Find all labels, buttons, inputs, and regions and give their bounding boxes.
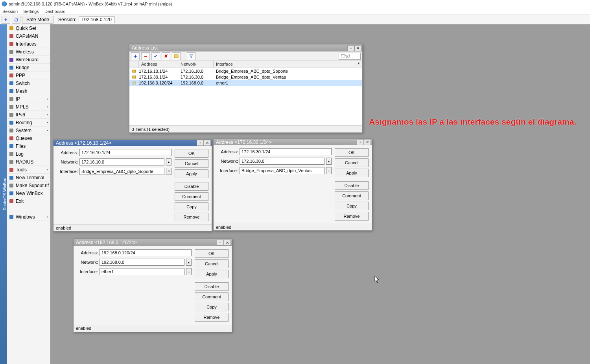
copy-button[interactable]: Copy xyxy=(335,202,369,210)
wand-icon xyxy=(9,26,14,31)
network-input[interactable]: 172.16.30.0 xyxy=(240,158,324,165)
window-title[interactable]: Address <192.168.0.120/24> ▫ ✕ xyxy=(74,239,232,246)
svg-rect-5 xyxy=(9,58,13,62)
table-row[interactable]: 172.16.30.1/24172.16.30.0Bridge_Empresa_… xyxy=(129,74,362,80)
ok-button[interactable]: OK xyxy=(195,249,229,258)
comment-button[interactable]: Comment xyxy=(175,192,208,201)
remove-button[interactable]: Remove xyxy=(195,313,229,322)
close-icon[interactable]: ✕ xyxy=(224,240,231,246)
ok-button[interactable]: OK xyxy=(175,149,208,158)
safe-mode-button[interactable]: Safe Mode xyxy=(22,16,53,24)
sidebar-item-make-supout-rif[interactable]: Make Supout.rif xyxy=(7,182,50,189)
network-input[interactable]: 172.16.10.0 xyxy=(79,158,164,165)
minimize-icon[interactable]: ▫ xyxy=(347,45,354,51)
svg-rect-15 xyxy=(9,136,13,140)
address-input[interactable]: 172.16.30.1/24 xyxy=(240,148,332,155)
sidebar-item-radius[interactable]: RADIUS xyxy=(7,158,50,166)
sidebar-item-windows[interactable]: Windows▸ xyxy=(7,213,50,221)
undo-button[interactable] xyxy=(2,16,10,24)
disable-button[interactable]: Disable xyxy=(335,181,369,190)
sidebar-item-ipv6[interactable]: IPv6▸ xyxy=(7,111,50,119)
status-bar: enabled xyxy=(214,224,372,230)
sidebar-item-exit[interactable]: Exit xyxy=(7,197,50,205)
sidebar-item-system[interactable]: System▸ xyxy=(7,127,50,134)
window-address-list: Address List ▫ ✕ + − ✔ ✘ Find Address xyxy=(129,44,363,133)
svg-rect-18 xyxy=(9,160,13,164)
sidebar-item-ppp[interactable]: PPP xyxy=(7,72,50,79)
chevron-up-icon[interactable]: ▲ xyxy=(186,259,192,266)
sidebar-item-files[interactable]: Files xyxy=(7,142,50,150)
window-title[interactable]: Address <172.16.30.1/24> ▫ ✕ xyxy=(214,139,372,145)
disable-button[interactable]: Disable xyxy=(195,282,229,291)
sidebar-item-mesh[interactable]: Mesh xyxy=(7,87,50,95)
ip-icon xyxy=(9,96,14,102)
filter-button[interactable] xyxy=(187,52,195,60)
chevron-up-icon[interactable]: ▲ xyxy=(326,158,332,165)
minimize-icon[interactable]: ▫ xyxy=(217,240,224,246)
table-row[interactable]: 192.168.0.120/24192.168.0.0ether1 xyxy=(129,80,362,86)
sidebar-item-new-terminal[interactable]: New Terminal xyxy=(7,174,50,182)
sidebar-item-routing[interactable]: Routing▸ xyxy=(7,119,50,127)
copy-button[interactable]: Copy xyxy=(175,202,208,211)
chevron-down-icon[interactable]: ∓ xyxy=(326,167,332,174)
chevron-up-icon[interactable]: ▲ xyxy=(166,158,171,165)
remove-button[interactable]: Remove xyxy=(335,212,369,221)
window-title[interactable]: Address <172.16.10.1/24> ▫ ✕ xyxy=(53,140,212,146)
network-input[interactable]: 192.168.0.0 xyxy=(100,259,184,266)
vertical-bar: RouterOS WinBox xyxy=(0,24,7,364)
interface-select[interactable]: ether1 xyxy=(100,268,184,275)
chevron-right-icon: ▸ xyxy=(47,105,48,108)
comment-button[interactable] xyxy=(172,52,181,60)
menu-session[interactable]: Session xyxy=(2,9,18,14)
cancel-button[interactable]: Cancel xyxy=(175,159,208,168)
add-button[interactable]: + xyxy=(131,52,140,60)
redo-button[interactable] xyxy=(12,16,20,24)
sidebar-item-ip[interactable]: IP▸ xyxy=(7,95,50,103)
remove-button[interactable]: Remove xyxy=(175,213,208,221)
sidebar-item-mpls[interactable]: MPLS▸ xyxy=(7,103,50,111)
close-icon[interactable]: ✕ xyxy=(364,139,371,145)
address-input[interactable]: 192.168.0.120/24 xyxy=(100,249,192,256)
sidebar-item-queues[interactable]: Queues xyxy=(7,134,50,142)
close-icon[interactable]: ✕ xyxy=(204,140,211,146)
sidebar-item-capsman[interactable]: CAPsMAN xyxy=(7,32,50,40)
table-row[interactable]: 172.16.10.1/24172.16.10.0Bridge_Empresa_… xyxy=(129,68,362,74)
close-icon[interactable]: ✕ xyxy=(354,45,361,51)
menu-dashboard[interactable]: Dashboard xyxy=(44,9,66,14)
find-input[interactable]: Find xyxy=(339,53,361,60)
menu-settings[interactable]: Settings xyxy=(23,9,39,14)
chevron-down-icon[interactable]: ∓ xyxy=(166,168,171,175)
copy-button[interactable]: Copy xyxy=(195,303,229,311)
cancel-button[interactable]: Cancel xyxy=(335,158,369,167)
chevron-right-icon: ▸ xyxy=(47,121,48,124)
minimize-icon[interactable]: ▫ xyxy=(357,139,364,145)
sidebar-item-switch[interactable]: Switch xyxy=(7,79,50,87)
minimize-icon[interactable]: ▫ xyxy=(197,140,204,146)
network-label: Network: xyxy=(217,159,238,164)
apply-button[interactable]: Apply xyxy=(195,270,229,278)
comment-button[interactable]: Comment xyxy=(195,292,229,301)
apply-button[interactable]: Apply xyxy=(335,169,369,177)
address-input[interactable]: 172.16.10.1/24 xyxy=(79,149,171,156)
sidebar-item-wireguard[interactable]: WireGuard xyxy=(7,56,50,64)
svg-rect-9 xyxy=(9,89,13,93)
ok-button[interactable]: OK xyxy=(335,148,369,157)
enable-button[interactable]: ✔ xyxy=(151,52,160,60)
interface-select[interactable]: Bridge_Empresa_ABC_dpto_Soporte xyxy=(79,168,164,175)
sidebar-item-bridge[interactable]: Bridge xyxy=(7,64,50,72)
sidebar-item-new-winbox[interactable]: New WinBox xyxy=(7,189,50,197)
sidebar-item-log[interactable]: Log xyxy=(7,150,50,158)
disable-button[interactable]: Disable xyxy=(175,182,208,191)
chevron-down-icon[interactable]: ∓ xyxy=(186,268,192,275)
comment-button[interactable]: Comment xyxy=(335,191,369,200)
window-title[interactable]: Address List ▫ ✕ xyxy=(129,44,362,51)
disable-button[interactable]: ✘ xyxy=(162,52,170,60)
interface-select[interactable]: Bridge_Empresa_ABC_dpto_Ventas xyxy=(240,167,324,174)
remove-button[interactable]: − xyxy=(141,52,150,60)
sidebar-item-tools[interactable]: Tools▸ xyxy=(7,166,50,174)
sidebar-item-quick-set[interactable]: Quick Set xyxy=(7,24,50,32)
sidebar-item-interfaces[interactable]: Interfaces xyxy=(7,40,50,48)
sidebar-item-wireless[interactable]: Wireless xyxy=(7,48,50,56)
apply-button[interactable]: Apply xyxy=(175,169,208,178)
cancel-button[interactable]: Cancel xyxy=(195,259,229,268)
